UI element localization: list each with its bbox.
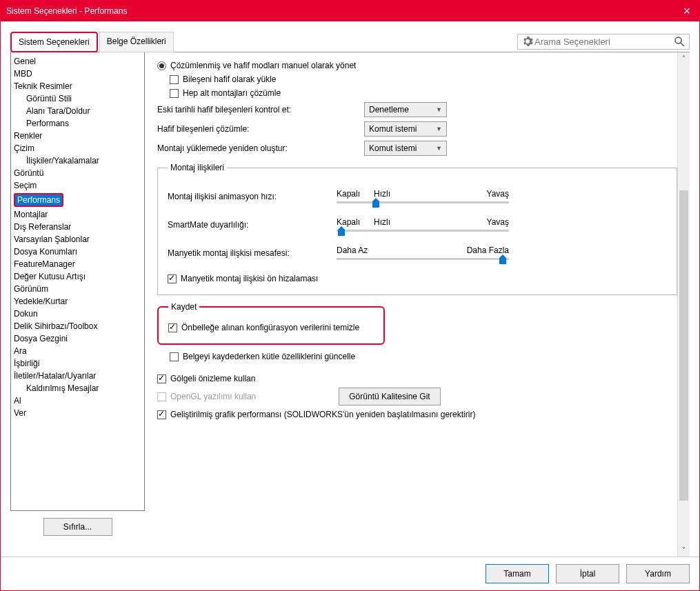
scroll-up-icon[interactable]: ˄ xyxy=(678,52,690,65)
tree-item[interactable]: Genel xyxy=(14,55,141,68)
checkbox-shaded-preview[interactable] xyxy=(157,374,166,383)
tree-item[interactable]: Ara xyxy=(14,345,141,357)
checkbox-label: Bileşeni hafif olarak yükle xyxy=(183,74,276,84)
tree-item[interactable]: Dosya Gezgini xyxy=(14,332,141,345)
reset-button[interactable]: Sıfırla... xyxy=(43,518,112,536)
search-icon[interactable] xyxy=(674,36,685,47)
tree-item[interactable]: Dokun xyxy=(14,308,141,320)
label: Eski tarihli hafif bileşenleri kontrol e… xyxy=(157,105,364,114)
tree-item[interactable]: Seçim xyxy=(14,179,141,192)
checkbox-magnetic-prealign[interactable] xyxy=(168,274,177,283)
tree-item[interactable]: Alanı Tara/Doldur xyxy=(14,105,141,117)
tree-item[interactable]: MBD xyxy=(14,68,141,80)
checkbox-label: OpenGL yazılımı kullan xyxy=(170,392,256,401)
tree-item[interactable]: Al xyxy=(14,394,141,407)
tab-system-options[interactable]: Sistem Seçenekleri xyxy=(10,32,98,52)
checkbox-label: Geliştirilmiş grafik performansı (SOLIDW… xyxy=(170,410,475,419)
tab-document-properties[interactable]: Belge Özellikleri xyxy=(99,32,174,52)
checkbox-resolve-subassemblies[interactable] xyxy=(170,89,179,98)
tree-item[interactable]: Görüntü xyxy=(14,167,141,179)
group-legend: Montaj ilişkileri xyxy=(168,163,227,172)
svg-point-0 xyxy=(675,37,681,43)
checkbox-label: Belgeyi kaydederken kütle özelliklerini … xyxy=(183,352,355,361)
tree-item[interactable]: FeatureManager xyxy=(14,258,141,270)
chevron-down-icon: ▼ xyxy=(436,126,442,132)
cancel-button[interactable]: İptal xyxy=(556,564,619,583)
slider-smartmate-sensitivity[interactable] xyxy=(337,230,509,232)
select-check-outofdate[interactable]: Denetleme▼ xyxy=(364,102,447,117)
checkbox-purge-config-cache[interactable] xyxy=(168,323,177,332)
options-tree: Genel MBD Teknik Resimler Görüntü Stili … xyxy=(10,52,145,511)
tree-item[interactable]: Çizim xyxy=(14,142,141,154)
tree-item[interactable]: İşbirliği xyxy=(14,357,141,370)
radio-manual-modes[interactable] xyxy=(157,61,166,70)
tree-item[interactable]: Renkler xyxy=(14,130,141,142)
tab-strip: Sistem Seçenekleri Belge Özellikleri xyxy=(10,31,175,52)
tree-item[interactable]: Delik Sihirbazı/Toolbox xyxy=(14,320,141,332)
label: Hafif bileşenleri çözümle: xyxy=(157,124,364,134)
scroll-down-icon[interactable]: ˅ xyxy=(678,544,690,557)
gear-icon xyxy=(522,36,533,47)
checkbox-enhanced-graphics[interactable] xyxy=(157,410,166,419)
tree-item[interactable]: İletiler/Hatalar/Uyarılar xyxy=(14,370,141,382)
tree-item[interactable]: Teknik Resimler xyxy=(14,80,141,92)
radio-label: Çözümlenmiş ve hafif modları manuel olar… xyxy=(170,61,356,70)
tree-item[interactable]: Değer Kutusu Artışı xyxy=(14,270,141,283)
checkbox-label: Manyetik montaj ilişkisi ön hizalaması xyxy=(181,274,318,283)
group-assembly-mates: Montaj ilişkileri Montaj ilişkisi animas… xyxy=(157,163,677,295)
tree-item[interactable]: Kaldırılmış Mesajlar xyxy=(14,382,141,394)
label: Montajı yüklemede yeniden oluştur: xyxy=(157,143,364,153)
tree-item[interactable]: Performans xyxy=(14,117,141,130)
checkbox-label: Hep alt montajları çözümle xyxy=(183,88,281,98)
scroll-thumb[interactable] xyxy=(679,190,688,501)
tree-item[interactable]: İlişkiler/Yakalamalar xyxy=(14,154,141,167)
tree-item[interactable]: Ver xyxy=(14,407,141,419)
checkbox-label: Önbelleğe alınan konfigürasyon verilerin… xyxy=(181,323,359,332)
slider-animation-speed[interactable] xyxy=(337,201,509,203)
group-save: Kaydet Önbelleğe alınan konfigürasyon ve… xyxy=(157,302,385,345)
tree-item[interactable]: Montajlar xyxy=(14,208,141,221)
settings-panel: Çözümlenmiş ve hafif modları manuel olar… xyxy=(145,52,690,557)
group-legend: Kaydet xyxy=(168,302,199,312)
close-icon[interactable]: × xyxy=(680,5,694,17)
checkbox-update-mass[interactable] xyxy=(170,352,179,361)
help-button[interactable]: Yardım xyxy=(626,564,690,583)
search-input[interactable] xyxy=(533,36,674,48)
svg-line-1 xyxy=(681,43,684,46)
checkbox-load-lightweight[interactable] xyxy=(170,75,179,84)
slider-label: Montaj ilişkisi animasyon hızı: xyxy=(168,192,337,201)
slider-label: Manyetik montaj ilişkisi mesafesi: xyxy=(168,248,337,258)
slider-magnetic-distance[interactable] xyxy=(337,258,509,260)
window-title: Sistem Seçenekleri - Performans xyxy=(6,6,127,16)
slider-label: SmartMate duyarlılığı: xyxy=(168,220,337,230)
title-bar: Sistem Seçenekleri - Performans × xyxy=(1,1,699,21)
checkbox-opengl xyxy=(157,392,166,401)
select-rebuild-onload[interactable]: Komut istemi▼ xyxy=(364,141,447,156)
tree-item-performance[interactable]: Performans xyxy=(14,192,141,208)
search-box[interactable] xyxy=(517,34,690,50)
tree-item[interactable]: Görünüm xyxy=(14,283,141,295)
chevron-down-icon: ▼ xyxy=(436,145,442,152)
tree-item[interactable]: Varsayılan Şablonlar xyxy=(14,233,141,246)
tree-item[interactable]: Dış Referanslar xyxy=(14,221,141,233)
checkbox-label: Gölgeli önizleme kullan xyxy=(170,374,255,383)
scrollbar[interactable]: ˄ ˅ xyxy=(677,52,690,557)
select-resolve-lightweight[interactable]: Komut istemi▼ xyxy=(364,121,447,137)
tree-item[interactable]: Görüntü Stili xyxy=(14,92,141,105)
ok-button[interactable]: Tamam xyxy=(486,564,549,583)
go-image-quality-button[interactable]: Görüntü Kalitesine Git xyxy=(339,388,440,405)
chevron-down-icon: ▼ xyxy=(436,106,442,113)
tree-item[interactable]: Yedekle/Kurtar xyxy=(14,295,141,308)
tree-item[interactable]: Dosya Konumları xyxy=(14,246,141,258)
dialog-footer: Tamam İptal Yardım xyxy=(1,557,699,590)
